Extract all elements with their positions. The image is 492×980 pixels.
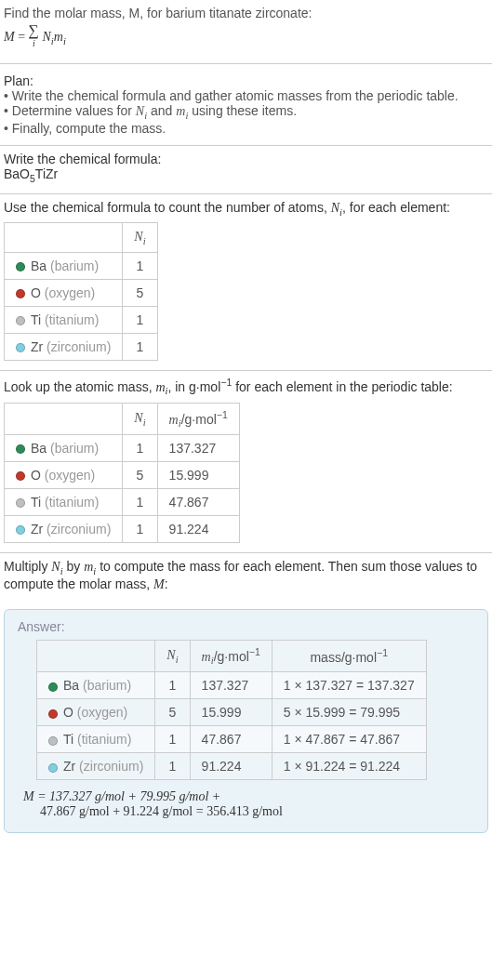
m-header: mi/g·mol−1 [190,640,272,671]
el-n: 1 [155,753,190,780]
table-row: O (oxygen) 5 15.999 5 × 15.999 = 79.995 [37,699,427,726]
el-sym: Ba [31,258,47,273]
count-title-N: N [331,201,339,215]
el-n: 1 [123,489,157,516]
swatch-icon [16,498,25,508]
el-n: 1 [123,334,157,361]
eq-M: M [4,30,15,44]
count-title-a: Use the chemical formula to count the nu… [4,200,331,215]
answer-table: Ni mi/g·mol−1 mass/g·mol−1 Ba (barium) 1… [36,640,427,780]
swatch-icon [48,736,58,746]
table-row: Ba (barium) 1 137.327 1 × 137.327 = 137.… [37,672,427,699]
n-header: Ni [155,640,190,671]
el-name: (oxygen) [45,468,95,483]
el-sym: Ti [31,312,41,327]
lk-exp: −1 [220,377,232,388]
final-equation: M = 137.327 g/mol + 79.995 g/mol + 47.86… [18,789,474,819]
plan-title: Plan: [4,73,488,88]
element-cell: O (oxygen) [5,462,123,489]
el-mass: 5 × 15.999 = 79.995 [272,699,426,726]
eq-m-sub: i [63,36,66,46]
table-row: O (oxygen) 5 [5,280,158,307]
swatch-icon [16,343,25,352]
plan-b2-m: m [176,104,185,118]
el-sym: Ti [63,732,73,747]
el-name: (titanium) [77,732,131,747]
mul-d: : [165,576,168,591]
hdr-Nsub: i [176,655,179,665]
plan-b2: • Determine values for Ni and mi using t… [4,103,488,121]
final-line1: M = 137.327 g/mol + 79.995 g/mol + [23,789,220,803]
element-cell: Zr (zirconium) [5,516,123,543]
swatch-icon [48,709,58,719]
el-m: 137.327 [157,435,239,462]
el-sym: Zr [63,759,75,774]
el-name: (barium) [50,258,99,273]
formula-p2: TiZr [35,166,58,181]
mul-b: by [63,559,85,574]
el-m: 15.999 [157,462,239,489]
formula-title: Write the chemical formula: [4,152,488,166]
lk-m: m [155,380,165,394]
plan-b2-N: N [136,104,144,118]
hdr-m: m [202,650,211,664]
hdr-massexp: −1 [377,647,388,658]
plan-section: Plan: • Write the chemical formula and g… [0,64,492,146]
el-sym: O [31,468,41,483]
swatch-icon [16,316,25,325]
intro-section: Find the molar mass, M, for barium titan… [0,0,492,64]
hdr-unit: /g·mol [181,411,217,426]
chemical-formula: BaO5TiZr [4,166,488,184]
mul-a: Multiply [4,559,51,574]
lookup-section: Look up the atomic mass, mi, in g·mol−1 … [0,371,492,553]
el-mass: 1 × 47.867 = 47.867 [272,726,426,753]
hdr-exp: −1 [217,409,228,420]
el-name: (zirconium) [47,339,111,354]
eq-sum-sub: i [33,38,35,48]
eq-m: m [54,30,63,44]
element-cell: Zr (zirconium) [37,753,155,780]
lookup-title: Look up the atomic mass, mi, in g·mol−1 … [4,377,488,396]
el-n: 1 [123,516,157,543]
n-header: Ni [123,223,157,253]
multiply-section: Multiply Ni by mi to compute the mass fo… [0,553,492,602]
element-cell: O (oxygen) [5,280,123,307]
element-cell: Ti (titanium) [37,726,155,753]
el-m: 137.327 [190,672,272,699]
plan-b3: • Finally, compute the mass. [4,121,488,136]
swatch-icon [16,444,25,454]
lk-c: for each element in the periodic table: [232,379,452,394]
empty-header [5,223,123,253]
mass-header: mass/g·mol−1 [272,640,426,671]
hdr-N: N [134,230,142,244]
hdr-mexp: −1 [249,646,260,657]
mul-N: N [51,560,60,574]
intro-text: Find the molar mass, M, for barium titan… [4,6,488,20]
table-header-row: Ni mi/g·mol−1 mass/g·mol−1 [37,640,427,671]
swatch-icon [16,262,25,271]
swatch-icon [16,471,25,481]
el-name: (barium) [50,441,99,456]
hdr-Nsub: i [143,417,146,428]
plan-b2end: using these items. [188,103,297,118]
table-row: Zr (zirconium) 1 91.224 [5,516,240,543]
table-row: Ba (barium) 1 [5,253,158,280]
table-header-row: Ni mi/g·mol−1 [5,403,240,434]
plan-b2a: • Determine values for [4,103,136,118]
table-row: Ti (titanium) 1 47.867 [5,489,240,516]
swatch-icon [48,763,58,773]
empty-header [37,640,155,671]
el-mass: 1 × 137.327 = 137.327 [272,672,426,699]
el-n: 1 [123,253,157,280]
el-mass: 1 × 91.224 = 91.224 [272,753,426,780]
element-cell: Zr (zirconium) [5,334,123,361]
plan-b1: • Write the chemical formula and gather … [4,88,488,103]
table-row: Zr (zirconium) 1 [5,334,158,361]
el-name: (barium) [83,678,131,693]
sigma-icon: ∑ [29,22,39,38]
answer-title: Answer: [18,619,474,634]
el-name: (oxygen) [45,285,95,300]
element-cell: O (oxygen) [37,699,155,726]
final-line2: 47.867 g/mol + 91.224 g/mol = 356.413 g/… [40,804,283,818]
formula-p1: BaO [4,166,30,181]
